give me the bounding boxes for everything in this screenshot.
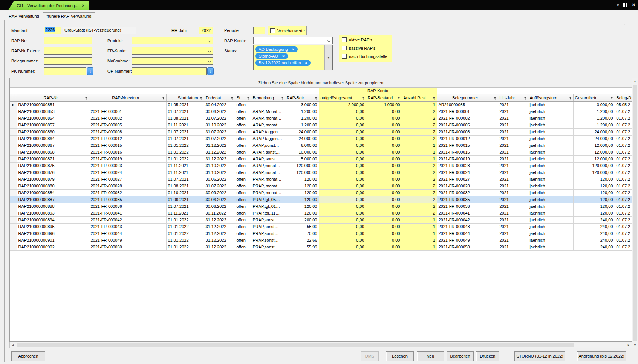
cell-hh_jahr[interactable]: 2021 — [498, 230, 528, 237]
cell-st[interactable]: offen — [235, 128, 251, 135]
scroll-up-icon[interactable]: ▲ — [632, 78, 638, 84]
cell-rap_nr_ext[interactable]: 2021-FR-000043 — [89, 223, 166, 230]
document-tab[interactable]: 731 - Verwaltung der Rechnung... × — [8, 1, 89, 10]
cell-bemerkung[interactable] — [251, 101, 285, 108]
mandant-field[interactable]: 2226 — [44, 27, 61, 34]
cell-bemerkung[interactable]: PRAP, monat… — [251, 176, 285, 183]
cell-rap_betrag[interactable]: 55,00 — [285, 223, 319, 230]
cell-rap_nr[interactable]: RAP210000000876 — [17, 169, 89, 176]
cell-beleg[interactable]: AR210000055 — [437, 101, 498, 108]
filter-icon[interactable] — [493, 97, 497, 100]
cell-st[interactable]: offen — [235, 162, 251, 169]
cell-beleg[interactable]: 2021-FR-000027 — [437, 176, 498, 183]
cell-turnus[interactable]: jaehrlich — [528, 142, 573, 149]
cell-st[interactable]: offen — [235, 108, 251, 115]
cell-aufgeloest[interactable]: 0,00 — [319, 162, 366, 169]
status-tag[interactable]: Storno-AO× — [255, 53, 288, 59]
cell-rap_nr[interactable]: RAP210000000895 — [17, 223, 89, 230]
cell-anzahl[interactable]: 2 — [402, 196, 437, 203]
cell-anzahl[interactable]: 1 — [402, 142, 437, 149]
filter-icon[interactable] — [84, 97, 88, 100]
cell-bestand[interactable]: 0,00 — [366, 183, 402, 189]
cell-gesamt[interactable]: 24.000,00 — [573, 135, 615, 142]
cell-bemerkung[interactable]: PRAP,tgl.,11… — [251, 210, 285, 216]
scroll-left-icon[interactable]: ◄ — [10, 342, 16, 348]
cell-rap_nr[interactable]: RAP210000000871 — [17, 155, 89, 162]
cell-rap_nr[interactable]: RAP210000000851 — [17, 101, 89, 108]
tag-remove-icon[interactable]: × — [282, 54, 285, 58]
cell-hh_jahr[interactable]: 2021 — [498, 149, 528, 155]
cell-st[interactable]: offen — [235, 189, 251, 196]
cell-rap_nr[interactable]: RAP210000000854 — [17, 115, 89, 122]
cell-gesamt[interactable]: 3.000,00 — [573, 101, 615, 108]
cell-rap_nr_ext[interactable]: 2021-FR-000028 — [89, 183, 166, 189]
cell-beleg_d[interactable]: 01.07.2 — [615, 196, 632, 203]
table-row[interactable]: RAP2100000009022021-FR-00005001.01.20223… — [10, 244, 632, 250]
hh-jahr-field[interactable]: 2022 — [199, 27, 213, 34]
pk-nummer-input[interactable] — [44, 67, 86, 75]
cell-aufgeloest[interactable]: 0,00 — [319, 196, 366, 203]
cell-bestand[interactable]: 0,00 — [366, 216, 402, 223]
cell-anzahl[interactable]: 1 — [402, 244, 437, 250]
cell-ende[interactable]: 31.07.2022 — [204, 135, 235, 142]
table-row[interactable]: RAP2100000008572021-FR-00000501.11.20213… — [10, 122, 632, 128]
cell-st[interactable]: offen — [235, 216, 251, 223]
cell-rap_nr[interactable]: RAP210000000902 — [17, 244, 89, 250]
cell-rap_nr[interactable]: RAP210000000884 — [17, 189, 89, 196]
cell-bemerkung[interactable]: PRAP,tgl.,05… — [251, 196, 285, 203]
cell-beleg_d[interactable]: 01.07.2 — [615, 162, 632, 169]
cell-beleg_d[interactable]: 01.07.2 — [615, 183, 632, 189]
cell-start[interactable]: 01.01.2022 — [166, 155, 204, 162]
cell-start[interactable]: 01.01.2022 — [166, 237, 204, 244]
cell-gesamt[interactable]: 120,00 — [573, 196, 615, 203]
column-header-st[interactable]: St... — [235, 94, 251, 101]
filter-icon[interactable] — [230, 97, 234, 100]
cell-anzahl[interactable]: 1 — [402, 230, 437, 237]
cell-rap_nr[interactable]: RAP210000000888 — [17, 203, 89, 210]
cell-beleg[interactable]: 2021-FR-000049 — [437, 237, 498, 244]
table-row[interactable]: RAP2100000008542021-FR-00000201.08.20213… — [10, 115, 632, 122]
window-close-icon[interactable]: × — [632, 2, 635, 8]
cell-turnus[interactable]: jaehrlich — [528, 135, 573, 142]
cell-rap_nr[interactable]: RAP210000000868 — [17, 149, 89, 155]
cell-bestand[interactable]: 0,00 — [366, 223, 402, 230]
column-header-anzahl[interactable]: Anzahl Rest — [402, 94, 437, 101]
table-row[interactable]: RAP2100000008792021-FR-00002701.07.20213… — [10, 176, 632, 183]
cell-gesamt[interactable]: 120,00 — [573, 189, 615, 196]
cell-bestand[interactable]: 0,00 — [366, 155, 402, 162]
cell-rap_betrag[interactable]: 120,00 — [285, 183, 319, 189]
cell-st[interactable]: offen — [235, 101, 251, 108]
cell-aufgeloest[interactable]: 2.000,00 — [319, 101, 366, 108]
table-row[interactable]: RAP2100000008762021-FR-00002401.11.20213… — [10, 169, 632, 176]
cell-beleg_d[interactable]: 01.07.2 — [615, 108, 632, 115]
cell-gesamt[interactable]: 240,00 — [573, 244, 615, 250]
cell-beleg[interactable]: 2021-FR-000015 — [437, 142, 498, 149]
cell-st[interactable]: offen — [235, 176, 251, 183]
cell-bestand[interactable]: 0,00 — [366, 149, 402, 155]
table-row[interactable]: RAP2100000008942021-FR-00004201.01.20223… — [10, 216, 632, 223]
cell-bemerkung[interactable]: PRAP,sonst… — [251, 230, 285, 237]
cell-beleg_d[interactable]: 01.07.2 — [615, 149, 632, 155]
cell-bestand[interactable]: 0,00 — [366, 230, 402, 237]
cell-beleg[interactable]: 2021-FR-000023 — [437, 162, 498, 169]
rap-nr-input[interactable] — [44, 37, 92, 44]
horizontal-scroll-thumb[interactable] — [17, 343, 574, 347]
cell-aufgeloest[interactable]: 0,00 — [319, 115, 366, 122]
cell-beleg[interactable]: 2021-FR-000005 — [437, 122, 498, 128]
vertical-scroll-thumb[interactable] — [633, 85, 637, 341]
storno-button[interactable]: STORNO (01-12 in 2022) — [514, 351, 565, 361]
vorschauwerte-checkbox[interactable] — [270, 28, 275, 33]
cell-ende[interactable]: 30.09.2022 — [204, 189, 235, 196]
cell-bestand[interactable]: 0,00 — [366, 196, 402, 203]
table-row[interactable]: RAP2100000008712021-FR-00001901.01.20223… — [10, 155, 632, 162]
cell-ende[interactable]: 31.10.2022 — [204, 162, 235, 169]
cell-rap_betrag[interactable]: 6.000,00 — [285, 142, 319, 149]
cell-hh_jahr[interactable]: 2021 — [498, 155, 528, 162]
cell-aufgeloest[interactable]: 0,00 — [319, 108, 366, 115]
cell-hh_jahr[interactable]: 2021 — [498, 203, 528, 210]
cell-ende[interactable]: 30.06.2022 — [204, 196, 235, 203]
cell-bemerkung[interactable]: PRAP, monat… — [251, 189, 285, 196]
cell-st[interactable]: offen — [235, 183, 251, 189]
cell-bemerkung[interactable]: PRAP,sonst… — [251, 216, 285, 223]
cell-beleg_d[interactable]: 01.07.2 — [615, 128, 632, 135]
